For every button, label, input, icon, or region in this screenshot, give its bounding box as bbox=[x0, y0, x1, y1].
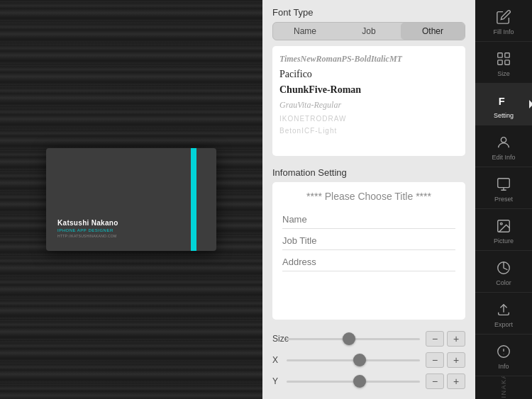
y-plus-button[interactable]: + bbox=[447, 373, 465, 389]
vertical-brand-text: KATSUSHINAKANO.COM bbox=[500, 376, 507, 399]
card-name: Katsushi Nakano bbox=[57, 219, 118, 227]
export-label: Export bbox=[494, 321, 513, 328]
info-setting-header: Infomation Setting bbox=[262, 163, 475, 182]
info-placeholder: **** Please Choose Title **** bbox=[282, 191, 455, 202]
x-plus-button[interactable]: + bbox=[447, 352, 465, 368]
size-label: Size bbox=[272, 334, 287, 344]
tab-name[interactable]: Name bbox=[273, 23, 337, 40]
info-icon bbox=[494, 342, 514, 361]
x-controls: − + bbox=[426, 352, 465, 368]
font-list: TimesNewRomanPS-BoldItalicMT Pacifico Ch… bbox=[272, 46, 465, 156]
info-label: Info bbox=[498, 363, 509, 370]
svg-rect-2 bbox=[498, 60, 502, 64]
right-item-preset[interactable]: Preset bbox=[475, 167, 532, 209]
right-item-export[interactable]: Export bbox=[475, 293, 532, 335]
tab-job[interactable]: Job bbox=[337, 23, 401, 40]
name-input[interactable] bbox=[282, 210, 455, 229]
edit-icon bbox=[494, 7, 514, 27]
card-job-title: iPhone App Designer bbox=[57, 228, 118, 232]
font-type-header: Font Type bbox=[262, 0, 475, 22]
svg-rect-0 bbox=[498, 53, 502, 57]
card-accent-bar bbox=[191, 148, 196, 251]
size-slider[interactable] bbox=[287, 332, 420, 346]
size-controls: − + bbox=[426, 331, 465, 347]
y-controls: − + bbox=[426, 373, 465, 389]
svg-rect-1 bbox=[505, 53, 509, 57]
size-minus-button[interactable]: − bbox=[426, 331, 444, 347]
preset-label: Preset bbox=[494, 196, 513, 203]
address-input[interactable] bbox=[282, 253, 455, 271]
svg-point-13 bbox=[504, 354, 504, 354]
size-tool-label: Size bbox=[497, 70, 510, 77]
font-item-beton[interactable]: BetonICF-Light bbox=[279, 125, 458, 137]
jobtitle-input[interactable] bbox=[282, 232, 455, 250]
font-type-tabs: Name Job Other bbox=[272, 22, 465, 40]
right-item-color[interactable]: Color bbox=[475, 251, 532, 293]
x-slider-row: X − + bbox=[272, 352, 465, 368]
y-label: Y bbox=[272, 376, 287, 386]
middle-panel: Font Type Name Job Other TimesNewRomanPS… bbox=[262, 0, 475, 399]
setting-icon: F bbox=[494, 91, 514, 111]
export-icon bbox=[494, 300, 514, 320]
setting-label: Setting bbox=[494, 112, 514, 119]
card-url: HTTP://KATSUSHINAKANO.COM bbox=[57, 234, 118, 238]
font-item-times[interactable]: TimesNewRomanPS-BoldItalicMT bbox=[279, 52, 458, 67]
picture-icon bbox=[494, 216, 514, 236]
right-item-info[interactable]: Info bbox=[475, 335, 532, 376]
y-slider[interactable] bbox=[287, 374, 420, 388]
x-label: X bbox=[272, 355, 287, 365]
font-item-grad[interactable]: GrauVita-Regular bbox=[279, 98, 458, 113]
svg-rect-3 bbox=[505, 60, 509, 64]
edit-info-label: Edit Info bbox=[492, 154, 515, 161]
svg-point-5 bbox=[501, 137, 506, 142]
right-item-picture[interactable]: Picture bbox=[475, 209, 532, 251]
font-item-chunk[interactable]: ChunkFive-Roman bbox=[279, 82, 458, 98]
preset-icon bbox=[494, 174, 514, 194]
resize-icon bbox=[494, 49, 514, 69]
fill-info-label: Fill Info bbox=[493, 28, 514, 35]
picture-label: Picture bbox=[494, 237, 514, 245]
right-item-fill-info[interactable]: Fill Info bbox=[475, 0, 532, 42]
svg-point-8 bbox=[500, 223, 502, 225]
font-item-pacifico[interactable]: Pacifico bbox=[279, 67, 458, 82]
svg-text:F: F bbox=[499, 96, 505, 107]
right-panel: Fill Info Size F Setting Edit Info Prese… bbox=[475, 0, 532, 399]
canvas-area: Katsushi Nakano iPhone App Designer HTTP… bbox=[0, 0, 262, 399]
font-item-ikon[interactable]: IKONETRODRAW bbox=[279, 113, 458, 125]
vertical-text-container: KATSUSHINAKANO.COM bbox=[500, 376, 507, 399]
x-minus-button[interactable]: − bbox=[426, 352, 444, 368]
sliders-section: Size − + X − + bbox=[262, 327, 475, 399]
size-plus-button[interactable]: + bbox=[447, 331, 465, 347]
svg-rect-6 bbox=[498, 179, 510, 188]
x-slider[interactable] bbox=[287, 353, 420, 367]
editinfo-icon bbox=[494, 133, 514, 152]
tab-other[interactable]: Other bbox=[401, 23, 465, 40]
business-card: Katsushi Nakano iPhone App Designer HTTP… bbox=[46, 148, 216, 251]
right-item-setting[interactable]: F Setting bbox=[475, 84, 532, 125]
right-item-edit-info[interactable]: Edit Info bbox=[475, 125, 532, 167]
color-icon bbox=[494, 258, 514, 278]
size-slider-row: Size − + bbox=[272, 331, 465, 347]
y-minus-button[interactable]: − bbox=[426, 373, 444, 389]
right-item-size[interactable]: Size bbox=[475, 42, 532, 84]
y-slider-row: Y − + bbox=[272, 373, 465, 389]
info-box: **** Please Choose Title **** bbox=[272, 182, 465, 320]
card-content: Katsushi Nakano iPhone App Designer HTTP… bbox=[57, 219, 118, 238]
color-label: Color bbox=[496, 279, 511, 286]
